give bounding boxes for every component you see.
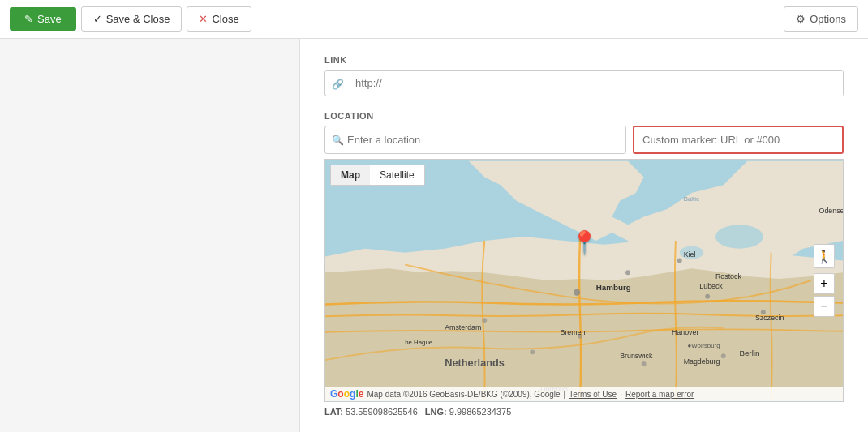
map-separator: |: [564, 390, 566, 399]
map-controls: 🚶 + −: [814, 244, 835, 317]
map-attribution: Map data ©2016 GeoBasis-DE/BKG (©2009), …: [367, 390, 560, 399]
svg-text:Baltic: Baltic: [684, 195, 699, 203]
svg-text:Hamburg: Hamburg: [596, 283, 631, 292]
svg-text:Magdeburg: Magdeburg: [684, 357, 720, 366]
svg-point-8: [642, 361, 647, 366]
link-icon: [325, 77, 350, 90]
save-icon: [24, 13, 33, 25]
location-field-group: LOCATION: [324, 111, 844, 417]
link-input[interactable]: [350, 71, 843, 96]
main-content: LINK LOCATION: [0, 39, 868, 432]
location-row: [324, 126, 844, 154]
svg-text:Lübeck: Lübeck: [699, 282, 723, 290]
map-marker: 📍: [570, 229, 599, 256]
svg-text:Odense: Odense: [819, 207, 843, 215]
svg-text:Bremen: Bremen: [561, 328, 586, 336]
svg-point-9: [721, 353, 726, 358]
link-label: LINK: [324, 55, 844, 65]
lng-value: 9.99865234375: [449, 407, 511, 417]
svg-text:Hanover: Hanover: [672, 328, 698, 336]
coordinates: LAT: 53.559098625546 LNG: 9.99865234375: [324, 407, 844, 417]
svg-point-12: [530, 349, 535, 354]
close-icon: [199, 13, 208, 25]
svg-text:Rostock: Rostock: [715, 272, 741, 280]
svg-text:●Wolfsburg: ●Wolfsburg: [688, 342, 720, 349]
svg-text:Kiel: Kiel: [684, 250, 696, 259]
map-tab-satellite[interactable]: Satellite: [370, 165, 424, 185]
svg-text:Brunswick: Brunswick: [620, 352, 653, 360]
lat-value: 53.559098625546: [346, 407, 418, 417]
report-link[interactable]: Report a map error: [625, 390, 694, 399]
map-container: Kiel Lübeck Rostock Hamburg Bremen Hanov…: [324, 159, 844, 402]
save-label: Save: [37, 13, 62, 25]
google-logo: Google: [330, 388, 363, 400]
map-tab-bar: Map Satellite: [330, 165, 425, 186]
toolbar: Save Save & Close Close Options: [0, 0, 868, 39]
lng-label: LNG:: [425, 407, 447, 417]
right-panel: LINK LOCATION: [300, 39, 868, 432]
svg-text:Berlin: Berlin: [739, 349, 759, 357]
svg-text:Szczecin: Szczecin: [755, 314, 784, 322]
svg-point-5: [677, 259, 682, 263]
search-icon: [332, 134, 344, 146]
save-close-label: Save & Close: [106, 13, 170, 25]
svg-text:he Hague: he Hague: [405, 339, 433, 346]
save-close-button[interactable]: Save & Close: [81, 6, 183, 32]
map-footer: Google Map data ©2016 GeoBasis-DE/BKG (©…: [325, 387, 843, 401]
svg-text:Netherlands: Netherlands: [445, 357, 505, 369]
map-separator2: ·: [620, 390, 622, 399]
link-field-group: LINK: [324, 55, 844, 96]
zoom-out-button[interactable]: −: [814, 296, 835, 317]
svg-text:Amsterdam: Amsterdam: [445, 323, 481, 331]
lat-label: LAT:: [324, 407, 343, 417]
options-label: Options: [810, 13, 846, 25]
close-label: Close: [212, 13, 238, 25]
check-icon: [93, 13, 102, 25]
link-input-wrapper: [324, 70, 844, 96]
svg-point-4: [625, 270, 630, 275]
gear-icon: [796, 13, 806, 25]
svg-point-3: [574, 289, 580, 296]
save-button[interactable]: Save: [10, 7, 76, 31]
custom-marker-input[interactable]: [633, 126, 844, 154]
zoom-in-button[interactable]: +: [814, 273, 835, 294]
location-label: LOCATION: [324, 111, 844, 121]
map-tab-map[interactable]: Map: [331, 165, 370, 185]
left-panel: [0, 39, 300, 432]
pegman-icon[interactable]: 🚶: [814, 244, 835, 268]
svg-point-6: [705, 294, 710, 299]
location-search-wrapper: [324, 126, 626, 154]
terms-link[interactable]: Terms of Use: [569, 390, 617, 399]
svg-point-1: [715, 225, 763, 248]
svg-point-11: [482, 318, 487, 323]
close-button[interactable]: Close: [187, 6, 251, 32]
location-search-input[interactable]: [344, 127, 619, 152]
options-button[interactable]: Options: [784, 6, 858, 32]
map-svg: Kiel Lübeck Rostock Hamburg Bremen Hanov…: [325, 160, 843, 401]
